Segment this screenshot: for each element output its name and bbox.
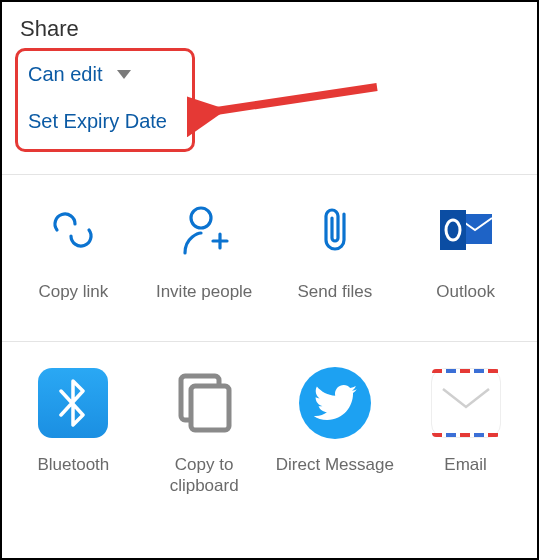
direct-message-tile[interactable]: Direct Message (270, 372, 401, 497)
clipboard-icon (169, 368, 239, 438)
twitter-icon (299, 367, 371, 439)
svg-rect-3 (440, 210, 466, 250)
annotation-arrow (187, 77, 387, 137)
tile-label: Invite people (156, 281, 252, 323)
svg-line-0 (203, 87, 377, 113)
permission-dropdown[interactable]: Can edit (28, 63, 182, 86)
bluetooth-icon (38, 368, 108, 438)
page-title: Share (20, 16, 519, 42)
tile-label: Outlook (436, 281, 495, 323)
invite-people-tile[interactable]: Invite people (139, 199, 270, 323)
share-targets-row-1: Copy link Invite people Send files (2, 175, 537, 341)
tile-label: Copy link (38, 281, 108, 323)
tile-label: Bluetooth (37, 454, 109, 496)
bluetooth-tile[interactable]: Bluetooth (8, 372, 139, 497)
svg-rect-6 (191, 386, 229, 430)
copy-clipboard-tile[interactable]: Copy to clipboard (139, 372, 270, 497)
share-targets-row-2: Bluetooth Copy to clipboard Direct Messa… (2, 342, 537, 515)
outlook-tile[interactable]: Outlook (400, 199, 531, 323)
tile-label: Email (444, 454, 487, 496)
chevron-down-icon (117, 70, 131, 79)
invite-icon (139, 199, 270, 261)
set-expiry-link[interactable]: Set Expiry Date (28, 110, 182, 133)
outlook-icon (400, 199, 531, 261)
email-icon (431, 368, 501, 438)
tile-label: Send files (298, 281, 373, 323)
highlighted-options: Can edit Set Expiry Date (15, 48, 195, 152)
attach-icon (270, 199, 401, 261)
tile-label: Direct Message (276, 454, 394, 496)
copy-link-tile[interactable]: Copy link (8, 199, 139, 323)
link-icon (8, 199, 139, 261)
permission-label: Can edit (28, 63, 103, 86)
email-tile[interactable]: Email (400, 372, 531, 497)
svg-point-1 (191, 208, 211, 228)
send-files-tile[interactable]: Send files (270, 199, 401, 323)
tile-label: Copy to clipboard (139, 454, 270, 497)
